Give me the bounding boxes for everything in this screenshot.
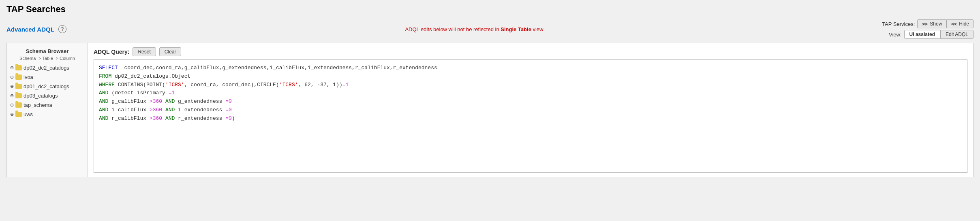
query-header: ADQL Query: Reset Clear bbox=[94, 47, 967, 56]
folder-icon bbox=[15, 93, 22, 98]
view-btn-group: UI assisted Edit ADQL bbox=[904, 30, 974, 39]
sidebar-title: Schema Browser bbox=[7, 47, 88, 56]
sidebar-item-label: dp02_dc2_catalogs bbox=[24, 65, 69, 71]
code-line-6: AND i_calibFlux >360 AND i_extendedness … bbox=[99, 106, 962, 115]
folder-icon bbox=[15, 65, 22, 70]
page-title: TAP Searches bbox=[6, 4, 974, 15]
sidebar-item-dp02[interactable]: ⊕ dp02_dc2_catalogs bbox=[7, 63, 88, 72]
tap-services-show-button[interactable]: ⋙ Show bbox=[917, 19, 946, 28]
sidebar-item-ivoa[interactable]: ⊕ ivoa bbox=[7, 72, 88, 82]
warning-highlight: Single Table bbox=[501, 26, 531, 32]
warning-message: ADQL edits below will not be reflected i… bbox=[66, 26, 882, 32]
expand-icon: ⊕ bbox=[10, 74, 14, 80]
view-row: View: UI assisted Edit ADQL bbox=[889, 30, 974, 39]
folder-icon bbox=[15, 74, 22, 80]
code-line-1: SELECT coord_dec,coord_ra,g_calibFlux,g_… bbox=[99, 64, 962, 72]
advanced-adql-label: Advanced ADQL bbox=[6, 26, 54, 33]
expand-icon: ⊕ bbox=[10, 102, 14, 108]
query-label: ADQL Query: bbox=[94, 49, 129, 55]
folder-icon bbox=[15, 112, 22, 117]
tap-services-label: TAP Services: bbox=[882, 21, 915, 27]
code-line-5: AND g_calibFlux >360 AND g_extendedness … bbox=[99, 98, 962, 106]
clear-button[interactable]: Clear bbox=[159, 47, 182, 56]
code-line-4: AND (detect_isPrimary =1 bbox=[99, 89, 962, 98]
sidebar-item-dp01[interactable]: ⊕ dp01_dc2_catalogs bbox=[7, 82, 88, 91]
sidebar-item-uws[interactable]: ⊕ uws bbox=[7, 110, 88, 119]
schema-browser-sidebar: Schema Browser Schema -> Table -> Column… bbox=[7, 43, 88, 177]
top-bar-right: TAP Services: ⋙ Show ⋘ Hide View: UI ass… bbox=[882, 19, 974, 39]
adql-code-editor[interactable]: SELECT coord_dec,coord_ra,g_calibFlux,g_… bbox=[94, 60, 967, 173]
main-content: Schema Browser Schema -> Table -> Column… bbox=[6, 43, 974, 177]
sidebar-item-label: dp03_catalogs bbox=[24, 93, 58, 99]
top-bar: Advanced ADQL ? ADQL edits below will no… bbox=[6, 19, 974, 39]
chevron-down-icon: ⋙ bbox=[922, 21, 928, 27]
reset-button[interactable]: Reset bbox=[133, 47, 156, 56]
query-panel: ADQL Query: Reset Clear SELECT coord_dec… bbox=[88, 43, 973, 177]
code-line-2: FROM dp02_dc2_catalogs.Object bbox=[99, 72, 962, 81]
expand-icon: ⊕ bbox=[10, 93, 14, 98]
expand-icon: ⊕ bbox=[10, 65, 14, 70]
folder-icon bbox=[15, 102, 22, 108]
sidebar-item-label: tap_schema bbox=[24, 102, 52, 108]
code-line-3: WHERE CONTAINS(POINT('ICRS', coord_ra, c… bbox=[99, 81, 962, 89]
expand-icon: ⊕ bbox=[10, 84, 14, 89]
chevron-up-icon: ⋘ bbox=[951, 21, 957, 27]
top-bar-left: Advanced ADQL ? bbox=[6, 25, 66, 33]
folder-icon bbox=[15, 84, 22, 89]
sidebar-subtitle: Schema -> Table -> Column bbox=[7, 56, 88, 61]
warning-suffix: view bbox=[531, 26, 543, 32]
tap-services-hide-button[interactable]: ⋘ Hide bbox=[946, 19, 974, 28]
warning-prefix: ADQL edits below will not be reflected i… bbox=[405, 26, 501, 32]
sidebar-item-label: dp01_dc2_catalogs bbox=[24, 83, 69, 89]
edit-adql-button[interactable]: Edit ADQL bbox=[940, 30, 974, 39]
view-label: View: bbox=[889, 32, 902, 38]
sidebar-item-label: ivoa bbox=[24, 74, 33, 80]
sidebar-item-tap-schema[interactable]: ⊕ tap_schema bbox=[7, 100, 88, 110]
help-icon[interactable]: ? bbox=[58, 25, 66, 33]
sidebar-item-dp03[interactable]: ⊕ dp03_catalogs bbox=[7, 91, 88, 100]
ui-assisted-button[interactable]: UI assisted bbox=[904, 30, 940, 39]
sidebar-item-label: uws bbox=[24, 111, 33, 117]
expand-icon: ⊕ bbox=[10, 112, 14, 117]
tap-services-btn-group: ⋙ Show ⋘ Hide bbox=[917, 19, 974, 28]
code-line-7: AND r_calibFlux >360 AND r_extendedness … bbox=[99, 115, 962, 123]
tap-services-row: TAP Services: ⋙ Show ⋘ Hide bbox=[882, 19, 974, 28]
